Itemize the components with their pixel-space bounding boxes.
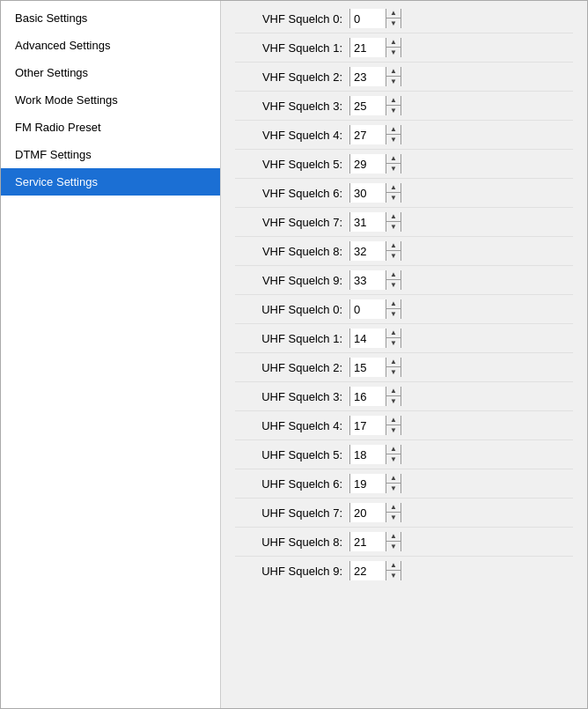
spinner-up-4[interactable]: ▲ [386, 125, 401, 135]
spinner-buttons-17: ▲▼ [386, 503, 401, 522]
spinner-container-16: ▲▼ [349, 474, 401, 493]
spinner-up-7[interactable]: ▲ [386, 212, 401, 222]
sidebar-item-1[interactable]: Advanced Settings [1, 32, 220, 59]
spinner-buttons-5: ▲▼ [386, 154, 401, 174]
settings-label-15: UHF Squelch 5: [235, 448, 349, 462]
spinner-down-17[interactable]: ▼ [386, 513, 401, 522]
spinner-input-0[interactable] [350, 9, 386, 28]
settings-label-14: UHF Squelch 4: [235, 419, 349, 432]
settings-row-11: UHF Squelch 1:▲▼ [235, 324, 573, 353]
spinner-buttons-7: ▲▼ [386, 212, 401, 232]
sidebar-item-5[interactable]: DTMF Settings [1, 141, 220, 168]
spinner-down-0[interactable]: ▼ [386, 18, 401, 28]
spinner-down-1[interactable]: ▼ [386, 48, 401, 57]
spinner-container-7: ▲▼ [349, 212, 401, 232]
settings-label-11: UHF Squelch 1: [235, 332, 349, 345]
spinner-input-13[interactable] [350, 387, 386, 406]
spinner-container-2: ▲▼ [349, 67, 401, 86]
spinner-down-3[interactable]: ▼ [386, 106, 401, 115]
settings-row-19: UHF Squelch 9:▲▼ [235, 557, 573, 585]
sidebar: Basic SettingsAdvanced SettingsOther Set… [1, 1, 221, 708]
settings-row-4: VHF Squelch 4:▲▼ [235, 121, 573, 150]
spinner-down-7[interactable]: ▼ [386, 222, 401, 232]
spinner-input-18[interactable] [350, 532, 386, 551]
spinner-up-14[interactable]: ▲ [386, 416, 401, 425]
settings-label-18: UHF Squelch 8: [235, 535, 349, 549]
spinner-input-19[interactable] [350, 561, 386, 580]
sidebar-item-0[interactable]: Basic Settings [1, 4, 220, 32]
settings-row-18: UHF Squelch 8:▲▼ [235, 528, 573, 557]
spinner-down-10[interactable]: ▼ [386, 309, 401, 319]
spinner-up-3[interactable]: ▲ [386, 96, 401, 106]
spinner-input-14[interactable] [350, 416, 386, 435]
spinner-down-16[interactable]: ▼ [386, 484, 401, 493]
spinner-input-12[interactable] [350, 358, 386, 377]
sidebar-item-6[interactable]: Service Settings [1, 168, 220, 196]
sidebar-item-3[interactable]: Work Mode Settings [1, 86, 220, 114]
spinner-input-6[interactable] [350, 183, 386, 203]
spinner-down-15[interactable]: ▼ [386, 454, 401, 464]
spinner-down-13[interactable]: ▼ [386, 396, 401, 406]
spinner-buttons-15: ▲▼ [386, 445, 401, 464]
spinner-down-11[interactable]: ▼ [386, 338, 401, 348]
spinner-input-15[interactable] [350, 445, 386, 464]
spinner-up-15[interactable]: ▲ [386, 445, 401, 454]
spinner-buttons-6: ▲▼ [386, 183, 401, 203]
spinner-buttons-12: ▲▼ [386, 358, 401, 377]
spinner-container-10: ▲▼ [349, 299, 401, 319]
spinner-up-12[interactable]: ▲ [386, 358, 401, 367]
spinner-up-2[interactable]: ▲ [386, 67, 401, 77]
sidebar-item-2[interactable]: Other Settings [1, 59, 220, 86]
spinner-up-17[interactable]: ▲ [386, 503, 401, 513]
settings-label-8: VHF Squelch 8: [235, 245, 349, 258]
settings-row-7: VHF Squelch 7:▲▼ [235, 208, 573, 237]
spinner-down-2[interactable]: ▼ [386, 77, 401, 86]
spinner-input-4[interactable] [350, 125, 386, 144]
spinner-input-1[interactable] [350, 38, 386, 57]
settings-row-17: UHF Squelch 7:▲▼ [235, 499, 573, 528]
spinner-up-10[interactable]: ▲ [386, 299, 401, 309]
spinner-down-4[interactable]: ▼ [386, 135, 401, 144]
spinner-down-18[interactable]: ▼ [386, 542, 401, 551]
spinner-up-19[interactable]: ▲ [386, 561, 401, 571]
spinner-buttons-18: ▲▼ [386, 532, 401, 551]
spinner-down-14[interactable]: ▼ [386, 425, 401, 435]
spinner-container-12: ▲▼ [349, 358, 401, 377]
settings-label-17: UHF Squelch 7: [235, 506, 349, 520]
spinner-down-5[interactable]: ▼ [386, 164, 401, 174]
spinner-up-5[interactable]: ▲ [386, 154, 401, 164]
spinner-up-11[interactable]: ▲ [386, 329, 401, 338]
spinner-input-9[interactable] [350, 270, 386, 290]
spinner-up-6[interactable]: ▲ [386, 183, 401, 193]
spinner-container-14: ▲▼ [349, 416, 401, 435]
spinner-input-2[interactable] [350, 67, 386, 86]
settings-row-1: VHF Squelch 1:▲▼ [235, 33, 573, 63]
spinner-up-8[interactable]: ▲ [386, 241, 401, 251]
spinner-up-1[interactable]: ▲ [386, 38, 401, 48]
settings-row-3: VHF Squelch 3:▲▼ [235, 92, 573, 121]
spinner-input-3[interactable] [350, 96, 386, 115]
sidebar-item-4[interactable]: FM Radio Preset [1, 114, 220, 141]
spinner-input-11[interactable] [350, 329, 386, 348]
spinner-input-7[interactable] [350, 212, 386, 232]
spinner-up-18[interactable]: ▲ [386, 532, 401, 542]
spinner-up-16[interactable]: ▲ [386, 474, 401, 484]
spinner-down-8[interactable]: ▼ [386, 251, 401, 261]
spinner-up-0[interactable]: ▲ [386, 9, 401, 18]
spinner-down-9[interactable]: ▼ [386, 280, 401, 290]
spinner-down-6[interactable]: ▼ [386, 193, 401, 203]
spinner-input-10[interactable] [350, 299, 386, 319]
spinner-down-19[interactable]: ▼ [386, 571, 401, 580]
spinner-input-5[interactable] [350, 154, 386, 174]
settings-label-10: UHF Squelch 0: [235, 303, 349, 316]
settings-row-6: VHF Squelch 6:▲▼ [235, 179, 573, 208]
spinner-container-13: ▲▼ [349, 387, 401, 406]
spinner-container-11: ▲▼ [349, 329, 401, 348]
spinner-down-12[interactable]: ▼ [386, 367, 401, 377]
spinner-input-8[interactable] [350, 241, 386, 261]
spinner-input-16[interactable] [350, 474, 386, 493]
spinner-buttons-2: ▲▼ [386, 67, 401, 86]
spinner-up-13[interactable]: ▲ [386, 387, 401, 396]
spinner-up-9[interactable]: ▲ [386, 270, 401, 280]
spinner-input-17[interactable] [350, 503, 386, 522]
